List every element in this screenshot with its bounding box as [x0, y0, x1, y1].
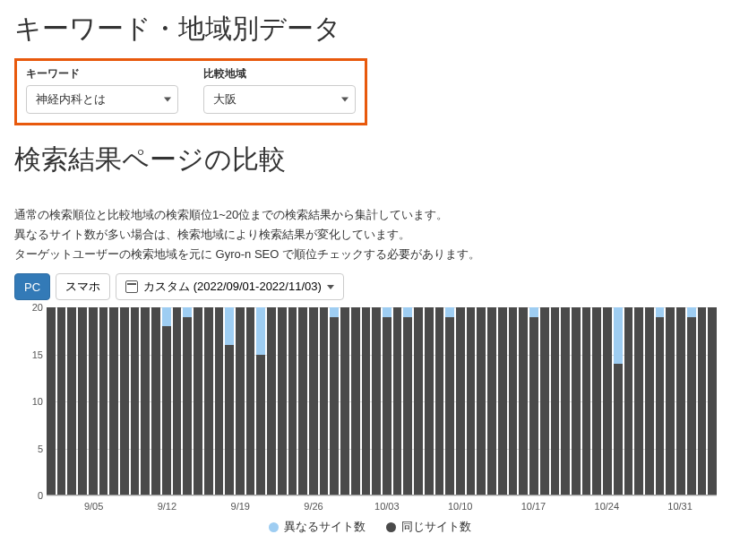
bar-column[interactable] [498, 307, 507, 495]
bar-column[interactable] [509, 307, 518, 495]
device-pc-button[interactable]: PC [14, 273, 50, 300]
section-title: 検索結果ページの比較 [14, 142, 726, 178]
region-select[interactable]: 大阪 [203, 85, 356, 114]
bar-column[interactable] [603, 307, 612, 495]
bar-column[interactable] [456, 307, 465, 495]
bar-column[interactable] [330, 307, 339, 495]
bar-column[interactable] [204, 307, 213, 495]
bar-column[interactable] [267, 307, 276, 495]
bar-column[interactable] [477, 307, 486, 495]
bar-column[interactable] [194, 307, 202, 495]
bar-column[interactable] [298, 307, 307, 495]
bar-column[interactable] [687, 307, 696, 495]
bar-column[interactable] [173, 307, 182, 495]
bar-column[interactable] [529, 307, 538, 495]
bar-column[interactable] [151, 307, 160, 495]
bar-column[interactable] [445, 307, 454, 495]
bar-column[interactable] [351, 307, 360, 495]
bar-column[interactable] [435, 307, 444, 495]
bar-column[interactable] [582, 307, 591, 495]
bar-column[interactable] [372, 307, 381, 495]
bar-column[interactable] [288, 307, 297, 495]
bar-segment-same [183, 317, 192, 495]
bar-column[interactable] [572, 307, 581, 495]
bar-column[interactable] [414, 307, 423, 495]
bar-column[interactable] [403, 307, 412, 495]
bar-column[interactable] [67, 307, 76, 495]
bar-column[interactable] [109, 307, 118, 495]
bar-column[interactable] [393, 307, 402, 495]
bar-column[interactable] [309, 307, 318, 495]
bar-column[interactable] [656, 307, 665, 495]
x-axis-tick: 10/17 [521, 501, 546, 512]
keyword-select[interactable]: 神経内科とは [26, 85, 178, 114]
bar-column[interactable] [362, 307, 371, 495]
bar-segment-diff [256, 307, 265, 354]
bar-column[interactable] [256, 307, 265, 495]
bar-column[interactable] [624, 307, 633, 495]
bar-column[interactable] [89, 307, 98, 495]
bar-column[interactable] [99, 307, 108, 495]
y-axis-tick: 20 [32, 302, 43, 313]
bar-column[interactable] [467, 307, 476, 495]
bar-column[interactable] [225, 307, 234, 495]
bar-column[interactable] [47, 307, 56, 495]
bar-column[interactable] [246, 307, 255, 495]
bar-column[interactable] [561, 307, 570, 495]
date-range-button[interactable]: カスタム (2022/09/01-2022/11/03) [116, 273, 344, 300]
bar-column[interactable] [666, 307, 675, 495]
bar-segment-diff [225, 307, 234, 345]
bar-column[interactable] [141, 307, 150, 495]
bar-column[interactable] [634, 307, 643, 495]
desc-line: ターゲットユーザーの検索地域を元に Gyro-n SEO で順位チェックする必要… [14, 245, 726, 264]
bar-column[interactable] [236, 307, 245, 495]
bar-column[interactable] [120, 307, 129, 495]
bar-column[interactable] [183, 307, 192, 495]
bar-segment-same [225, 345, 234, 495]
bar-segment-same [109, 307, 118, 495]
legend-item-same[interactable]: 同じサイト数 [386, 519, 471, 535]
bar-column[interactable] [487, 307, 496, 495]
bar-segment-diff [162, 307, 171, 326]
bar-column[interactable] [57, 307, 66, 495]
bar-column[interactable] [708, 307, 717, 495]
bar-column[interactable] [215, 307, 224, 495]
bar-segment-same [425, 307, 434, 495]
legend-item-diff[interactable]: 異なるサイト数 [269, 519, 366, 535]
x-axis-tick: 9/19 [231, 501, 250, 512]
bar-segment-same [614, 364, 623, 495]
bar-segment-same [708, 307, 717, 495]
bar-column[interactable] [592, 307, 601, 495]
bar-column[interactable] [540, 307, 549, 495]
bar-segment-same [477, 307, 486, 495]
bar-segment-same [57, 307, 66, 495]
bar-column[interactable] [340, 307, 349, 495]
x-axis-tick: 9/12 [158, 501, 176, 512]
bar-segment-diff [687, 307, 696, 316]
x-axis-tick: 9/05 [84, 501, 103, 512]
bar-segment-same [698, 307, 707, 495]
bar-segment-same [645, 307, 654, 495]
bar-column[interactable] [162, 307, 171, 495]
bar-column[interactable] [425, 307, 434, 495]
bar-segment-same [99, 307, 108, 495]
bar-segment-same [529, 317, 538, 495]
bar-segment-same [393, 307, 402, 495]
bar-segment-same [572, 307, 581, 495]
bar-column[interactable] [614, 307, 623, 495]
bar-column[interactable] [131, 307, 140, 495]
bar-column[interactable] [320, 307, 329, 495]
bar-column[interactable] [645, 307, 654, 495]
bar-column[interactable] [676, 307, 685, 495]
bar-column[interactable] [383, 307, 392, 495]
bar-column[interactable] [278, 307, 287, 495]
description-text: 通常の検索順位と比較地域の検索順位1~20位までの検索結果から集計しています。 … [14, 205, 726, 264]
legend-label: 異なるサイト数 [284, 519, 366, 535]
bar-segment-diff [445, 307, 454, 316]
bar-column[interactable] [698, 307, 707, 495]
bar-column[interactable] [551, 307, 560, 495]
device-sp-button[interactable]: スマホ [56, 273, 110, 300]
bar-column[interactable] [78, 307, 87, 495]
desc-line: 通常の検索順位と比較地域の検索順位1~20位までの検索結果から集計しています。 [14, 205, 726, 225]
bar-column[interactable] [519, 307, 528, 495]
